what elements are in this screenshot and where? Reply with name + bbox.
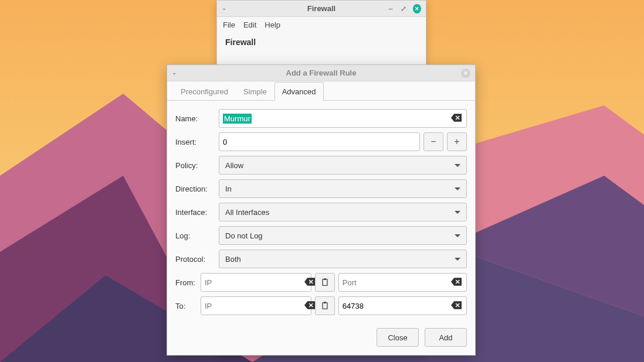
label-insert: Insert:	[175, 138, 219, 146]
dialog-titlebar[interactable]: ⌄ Add a Firewall Rule	[167, 65, 475, 81]
dialog-tabs: Preconfigured Simple Advanced	[167, 81, 475, 101]
dialog-menu-icon[interactable]: ⌄	[172, 69, 180, 77]
from-port-value[interactable]	[343, 278, 450, 287]
window-menu-icon[interactable]: ⌄	[222, 5, 230, 13]
insert-input[interactable]	[219, 132, 420, 151]
chevron-down-icon	[455, 164, 460, 167]
maximize-icon[interactable]: ⤢	[400, 5, 407, 13]
label-policy: Policy:	[175, 161, 219, 170]
label-direction: Direction:	[175, 185, 219, 193]
label-protocol: Protocol:	[175, 255, 219, 264]
tab-preconfigured[interactable]: Preconfigured	[173, 82, 236, 101]
tab-advanced[interactable]: Advanced	[274, 82, 324, 101]
svg-rect-8	[323, 279, 327, 286]
menu-help[interactable]: Help	[265, 21, 280, 29]
name-value: Murmur	[223, 114, 252, 124]
clear-from-port-icon[interactable]	[450, 278, 463, 288]
label-name: Name:	[175, 114, 219, 123]
name-input[interactable]: Murmur	[219, 109, 467, 128]
firewall-titlebar[interactable]: ⌄ Firewall – ⤢	[217, 1, 426, 17]
firewall-window-title: Firewall	[256, 4, 387, 13]
close-icon[interactable]	[413, 4, 421, 13]
protocol-value: Both	[225, 255, 241, 264]
menubar: File Edit Help	[217, 17, 426, 33]
insert-increment-button[interactable]: +	[447, 132, 467, 151]
menu-file[interactable]: File	[223, 21, 235, 29]
label-to: To:	[175, 302, 201, 310]
tab-simple[interactable]: Simple	[236, 82, 274, 101]
to-ip-input[interactable]	[201, 296, 311, 315]
insert-decrement-button[interactable]: −	[423, 132, 443, 151]
minimize-icon[interactable]: –	[387, 5, 394, 13]
direction-select[interactable]: In	[219, 179, 467, 198]
log-value: Do not Log	[225, 231, 263, 240]
insert-value[interactable]	[223, 138, 416, 146]
svg-rect-11	[324, 302, 326, 303]
from-ip-input[interactable]	[201, 273, 311, 292]
to-port-value[interactable]	[343, 302, 450, 310]
to-ip-value[interactable]	[205, 302, 303, 310]
log-select[interactable]: Do not Log	[219, 226, 467, 245]
dialog-title: Add a Firewall Rule	[206, 69, 436, 77]
interface-value: All Interfaces	[225, 208, 269, 217]
chevron-down-icon	[455, 187, 460, 190]
chevron-down-icon	[455, 258, 460, 261]
label-interface: Interface:	[175, 208, 219, 217]
from-port-input[interactable]	[338, 273, 467, 292]
add-rule-dialog: ⌄ Add a Firewall Rule Preconfigured Simp…	[167, 64, 476, 356]
chevron-down-icon	[455, 234, 460, 237]
label-log: Log:	[175, 231, 219, 240]
firewall-section-title: Firewall	[225, 37, 418, 47]
clear-to-ip-icon[interactable]	[303, 301, 316, 311]
to-paste-button[interactable]	[315, 296, 335, 315]
to-port-input[interactable]	[338, 296, 467, 315]
dialog-close-icon[interactable]	[461, 69, 470, 78]
clear-name-icon[interactable]	[450, 114, 463, 124]
menu-edit[interactable]: Edit	[243, 21, 256, 29]
policy-select[interactable]: Allow	[219, 156, 467, 175]
direction-value: In	[225, 185, 232, 193]
interface-select[interactable]: All Interfaces	[219, 203, 467, 221]
policy-value: Allow	[225, 161, 243, 170]
protocol-select[interactable]: Both	[219, 250, 467, 268]
clear-to-port-icon[interactable]	[450, 301, 463, 311]
from-ip-value[interactable]	[205, 278, 303, 287]
close-button[interactable]: Close	[377, 328, 419, 347]
svg-rect-9	[324, 278, 326, 280]
chevron-down-icon	[455, 211, 460, 214]
svg-rect-10	[323, 303, 327, 309]
clear-from-ip-icon[interactable]	[303, 278, 316, 288]
label-from: From:	[175, 278, 201, 287]
from-paste-button[interactable]	[315, 273, 335, 292]
add-button[interactable]: Add	[425, 328, 467, 347]
